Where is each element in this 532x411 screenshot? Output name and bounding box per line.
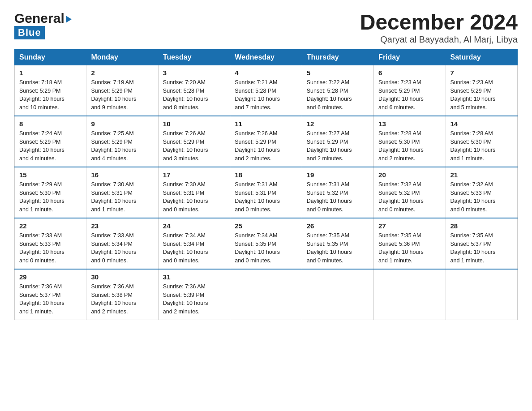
day-info: Sunrise: 7:23 AMSunset: 5:29 PMDaylight:… [450, 78, 513, 112]
day-info: Sunrise: 7:33 AMSunset: 5:34 PMDaylight:… [91, 231, 153, 265]
day-number: 27 [378, 222, 441, 230]
day-info: Sunrise: 7:27 AMSunset: 5:29 PMDaylight:… [307, 129, 369, 163]
weekday-header-thursday: Thursday [302, 49, 373, 65]
calendar-cell [374, 269, 446, 320]
day-info: Sunrise: 7:21 AMSunset: 5:28 PMDaylight:… [235, 78, 297, 112]
calendar-cell: 27Sunrise: 7:35 AMSunset: 5:36 PMDayligh… [374, 218, 446, 269]
calendar-subtitle: Qaryat al Bayyadah, Al Marj, Libya [360, 34, 518, 45]
day-info: Sunrise: 7:18 AMSunset: 5:29 PMDaylight:… [19, 78, 82, 112]
calendar-cell [230, 269, 302, 320]
day-number: 26 [307, 222, 369, 230]
calendar-cell: 3Sunrise: 7:20 AMSunset: 5:28 PMDaylight… [158, 65, 230, 116]
day-number: 20 [378, 171, 441, 179]
calendar-cell: 6Sunrise: 7:23 AMSunset: 5:29 PMDaylight… [374, 65, 446, 116]
day-number: 24 [163, 222, 225, 230]
day-info: Sunrise: 7:36 AMSunset: 5:39 PMDaylight:… [163, 283, 225, 316]
day-number: 18 [235, 171, 297, 179]
calendar-cell: 2Sunrise: 7:19 AMSunset: 5:29 PMDaylight… [86, 65, 158, 116]
day-number: 16 [91, 171, 153, 179]
weekday-header-row: SundayMondayTuesdayWednesdayThursdayFrid… [15, 49, 518, 65]
calendar-cell: 29Sunrise: 7:36 AMSunset: 5:37 PMDayligh… [15, 269, 86, 320]
day-number: 8 [19, 120, 82, 128]
title-block: December 2024 Qaryat al Bayyadah, Al Mar… [360, 11, 518, 45]
day-info: Sunrise: 7:35 AMSunset: 5:37 PMDaylight:… [450, 231, 513, 265]
calendar-cell: 17Sunrise: 7:30 AMSunset: 5:31 PMDayligh… [158, 167, 230, 218]
day-number: 29 [19, 273, 82, 281]
weekday-header-tuesday: Tuesday [158, 49, 230, 65]
day-number: 22 [19, 222, 82, 230]
calendar-title: December 2024 [360, 11, 518, 34]
calendar-week-row: 22Sunrise: 7:33 AMSunset: 5:33 PMDayligh… [15, 218, 518, 269]
day-number: 12 [307, 120, 369, 128]
day-info: Sunrise: 7:31 AMSunset: 5:31 PMDaylight:… [235, 180, 297, 214]
calendar-cell: 28Sunrise: 7:35 AMSunset: 5:37 PMDayligh… [446, 218, 517, 269]
calendar-cell: 15Sunrise: 7:29 AMSunset: 5:30 PMDayligh… [15, 167, 86, 218]
day-number: 19 [307, 171, 369, 179]
day-info: Sunrise: 7:32 AMSunset: 5:32 PMDaylight:… [378, 180, 441, 214]
calendar-week-row: 15Sunrise: 7:29 AMSunset: 5:30 PMDayligh… [15, 167, 518, 218]
calendar-cell: 19Sunrise: 7:31 AMSunset: 5:32 PMDayligh… [302, 167, 373, 218]
day-info: Sunrise: 7:33 AMSunset: 5:33 PMDaylight:… [19, 231, 82, 265]
day-number: 21 [450, 171, 513, 179]
day-info: Sunrise: 7:20 AMSunset: 5:28 PMDaylight:… [163, 78, 225, 112]
day-number: 15 [19, 171, 82, 179]
calendar-cell: 18Sunrise: 7:31 AMSunset: 5:31 PMDayligh… [230, 167, 302, 218]
logo-blue: Blue [18, 27, 41, 38]
day-number: 17 [163, 171, 225, 179]
day-info: Sunrise: 7:29 AMSunset: 5:30 PMDaylight:… [19, 180, 82, 214]
day-info: Sunrise: 7:36 AMSunset: 5:38 PMDaylight:… [91, 283, 153, 316]
day-number: 3 [163, 69, 225, 77]
calendar-cell: 30Sunrise: 7:36 AMSunset: 5:38 PMDayligh… [86, 269, 158, 320]
calendar-cell: 26Sunrise: 7:35 AMSunset: 5:35 PMDayligh… [302, 218, 373, 269]
logo: General Blue [14, 11, 72, 39]
day-number: 2 [91, 69, 153, 77]
calendar-cell: 10Sunrise: 7:26 AMSunset: 5:29 PMDayligh… [158, 116, 230, 167]
day-number: 28 [450, 222, 513, 230]
day-info: Sunrise: 7:32 AMSunset: 5:33 PMDaylight:… [450, 180, 513, 214]
day-number: 31 [163, 273, 225, 281]
day-number: 14 [450, 120, 513, 128]
calendar-cell: 22Sunrise: 7:33 AMSunset: 5:33 PMDayligh… [15, 218, 86, 269]
day-info: Sunrise: 7:34 AMSunset: 5:35 PMDaylight:… [235, 231, 297, 265]
calendar-cell: 31Sunrise: 7:36 AMSunset: 5:39 PMDayligh… [158, 269, 230, 320]
calendar-cell [302, 269, 373, 320]
calendar-cell: 1Sunrise: 7:18 AMSunset: 5:29 PMDaylight… [15, 65, 86, 116]
day-number: 4 [235, 69, 297, 77]
day-number: 6 [378, 69, 441, 77]
day-info: Sunrise: 7:31 AMSunset: 5:32 PMDaylight:… [307, 180, 369, 214]
day-number: 11 [235, 120, 297, 128]
calendar-cell: 24Sunrise: 7:34 AMSunset: 5:34 PMDayligh… [158, 218, 230, 269]
calendar-week-row: 1Sunrise: 7:18 AMSunset: 5:29 PMDaylight… [15, 65, 518, 116]
day-info: Sunrise: 7:26 AMSunset: 5:29 PMDaylight:… [163, 129, 225, 163]
day-info: Sunrise: 7:25 AMSunset: 5:29 PMDaylight:… [91, 129, 153, 163]
day-info: Sunrise: 7:23 AMSunset: 5:29 PMDaylight:… [378, 78, 441, 112]
day-number: 13 [378, 120, 441, 128]
weekday-header-wednesday: Wednesday [230, 49, 302, 65]
calendar-cell: 8Sunrise: 7:24 AMSunset: 5:29 PMDaylight… [15, 116, 86, 167]
calendar-cell: 5Sunrise: 7:22 AMSunset: 5:28 PMDaylight… [302, 65, 373, 116]
weekday-header-sunday: Sunday [15, 49, 86, 65]
calendar-cell: 21Sunrise: 7:32 AMSunset: 5:33 PMDayligh… [446, 167, 517, 218]
calendar-cell: 20Sunrise: 7:32 AMSunset: 5:32 PMDayligh… [374, 167, 446, 218]
weekday-header-friday: Friday [374, 49, 446, 65]
page-header: General Blue December 2024 Qaryat al Bay… [14, 11, 518, 45]
calendar-cell: 16Sunrise: 7:30 AMSunset: 5:31 PMDayligh… [86, 167, 158, 218]
day-info: Sunrise: 7:36 AMSunset: 5:37 PMDaylight:… [19, 283, 82, 316]
day-info: Sunrise: 7:19 AMSunset: 5:29 PMDaylight:… [91, 78, 153, 112]
logo-triangle-icon [66, 16, 72, 23]
calendar-cell: 14Sunrise: 7:28 AMSunset: 5:30 PMDayligh… [446, 116, 517, 167]
calendar-table: SundayMondayTuesdayWednesdayThursdayFrid… [14, 49, 518, 320]
day-info: Sunrise: 7:28 AMSunset: 5:30 PMDaylight:… [450, 129, 513, 163]
day-number: 30 [91, 273, 153, 281]
day-info: Sunrise: 7:30 AMSunset: 5:31 PMDaylight:… [163, 180, 225, 214]
weekday-header-monday: Monday [86, 49, 158, 65]
calendar-cell: 12Sunrise: 7:27 AMSunset: 5:29 PMDayligh… [302, 116, 373, 167]
day-number: 10 [163, 120, 225, 128]
weekday-header-saturday: Saturday [446, 49, 517, 65]
day-info: Sunrise: 7:34 AMSunset: 5:34 PMDaylight:… [163, 231, 225, 265]
day-number: 9 [91, 120, 153, 128]
calendar-week-row: 8Sunrise: 7:24 AMSunset: 5:29 PMDaylight… [15, 116, 518, 167]
calendar-cell: 23Sunrise: 7:33 AMSunset: 5:34 PMDayligh… [86, 218, 158, 269]
calendar-cell: 11Sunrise: 7:26 AMSunset: 5:29 PMDayligh… [230, 116, 302, 167]
calendar-cell: 7Sunrise: 7:23 AMSunset: 5:29 PMDaylight… [446, 65, 517, 116]
